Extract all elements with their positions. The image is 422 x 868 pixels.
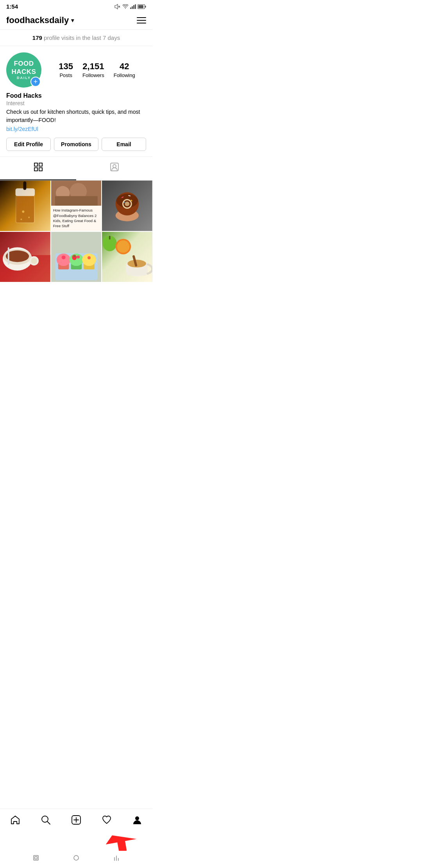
- svg-rect-4: [145, 5, 146, 7]
- svg-point-52: [88, 256, 91, 259]
- profile-visits-banner: 179 profile visits in the last 7 days: [0, 30, 152, 46]
- posts-count: 135: [59, 61, 73, 72]
- status-time: 1:54: [6, 3, 18, 10]
- menu-button[interactable]: [137, 17, 146, 23]
- edit-profile-button[interactable]: Edit Profile: [6, 138, 51, 151]
- posts-label: Posts: [59, 72, 72, 78]
- username-label: foodhacksdaily: [6, 15, 69, 25]
- svg-point-51: [82, 253, 96, 266]
- svg-rect-22: [55, 196, 98, 206]
- status-bar: 1:54: [0, 0, 152, 11]
- grid-cell-article[interactable]: How Instagram-Famous @Foodbabyny Balance…: [51, 181, 102, 231]
- bio-category: Interest: [6, 100, 146, 106]
- bio-link[interactable]: bit.ly/2ezEfUl: [6, 126, 146, 132]
- tab-bar: [0, 156, 152, 181]
- svg-rect-3: [138, 5, 143, 8]
- svg-point-45: [57, 253, 71, 266]
- stat-followers[interactable]: 2,151 Followers: [82, 61, 104, 79]
- profile-section: FOOD HACKS DAILY + 135 Posts 2,151 Follo…: [0, 46, 152, 88]
- profile-top: FOOD HACKS DAILY + 135 Posts 2,151 Follo…: [6, 52, 146, 88]
- svg-point-48: [69, 253, 83, 266]
- visits-count: 179: [32, 34, 42, 41]
- followers-label: Followers: [82, 72, 104, 78]
- following-count: 42: [114, 61, 135, 72]
- grid-cell-donut[interactable]: [102, 181, 152, 231]
- wifi-icon: [122, 4, 129, 9]
- svg-rect-54: [73, 255, 75, 257]
- action-buttons: Edit Profile Promotions Email: [0, 132, 152, 156]
- svg-point-62: [128, 260, 147, 267]
- svg-rect-57: [109, 236, 111, 240]
- visits-text: profile visits in the last 7 days: [44, 34, 120, 41]
- battery-icon: [138, 4, 146, 9]
- stats-row: 135 Posts 2,151 Followers 42 Following: [48, 61, 146, 79]
- bio-description: Check us out for kitchen shortcuts, quic…: [6, 108, 146, 124]
- followers-count: 2,151: [82, 61, 104, 72]
- mute-icon: [114, 4, 121, 9]
- chevron-down-icon[interactable]: ▾: [71, 17, 74, 23]
- svg-point-17: [20, 219, 22, 220]
- avatar-text: FOOD HACKS DAILY: [12, 60, 36, 80]
- svg-point-41: [31, 258, 37, 264]
- bio-name: Food Hacks: [6, 92, 146, 99]
- svg-rect-18: [23, 181, 26, 190]
- email-button[interactable]: Email: [102, 138, 146, 151]
- bio-section: Food Hacks Interest Check us out for kit…: [0, 88, 152, 132]
- svg-point-33: [125, 201, 130, 206]
- article-text: How Instagram-Famous @Foodbabyny Balance…: [53, 208, 100, 228]
- tab-grid[interactable]: [0, 157, 76, 180]
- header-title[interactable]: foodhacksdaily ▾: [6, 15, 74, 25]
- svg-rect-8: [39, 168, 42, 171]
- svg-rect-5: [34, 163, 38, 166]
- svg-point-46: [61, 255, 65, 259]
- signal-icon: [130, 4, 136, 9]
- person-tag-icon: [110, 162, 119, 174]
- status-icons: [114, 4, 146, 9]
- stat-following[interactable]: 42 Following: [114, 61, 135, 79]
- svg-rect-6: [39, 163, 42, 166]
- avatar-line1: FOOD: [12, 60, 36, 68]
- svg-rect-14: [16, 196, 34, 222]
- photo-grid: How Instagram-Famous @Foodbabyny Balance…: [0, 181, 152, 282]
- add-avatar-button[interactable]: +: [30, 77, 41, 87]
- avatar-wrap: FOOD HACKS DAILY +: [6, 52, 41, 88]
- grid-cell-beer[interactable]: [0, 181, 50, 231]
- svg-rect-39: [8, 247, 9, 265]
- svg-point-16: [28, 217, 30, 218]
- svg-rect-7: [34, 168, 38, 171]
- promotions-button[interactable]: Promotions: [54, 138, 98, 151]
- header: foodhacksdaily ▾: [0, 11, 152, 30]
- grid-icon: [34, 162, 43, 174]
- svg-point-49: [77, 255, 80, 258]
- avatar-line2: HACKS: [12, 68, 36, 76]
- stat-posts[interactable]: 135 Posts: [59, 61, 73, 79]
- tab-tagged[interactable]: [76, 157, 152, 180]
- svg-point-10: [113, 165, 116, 168]
- svg-point-59: [117, 240, 130, 253]
- svg-point-15: [22, 210, 24, 213]
- grid-cell-bowl[interactable]: [0, 232, 50, 282]
- grid-cell-tea[interactable]: [102, 232, 152, 282]
- following-label: Following: [114, 72, 135, 78]
- grid-cell-cupcakes[interactable]: [51, 232, 102, 282]
